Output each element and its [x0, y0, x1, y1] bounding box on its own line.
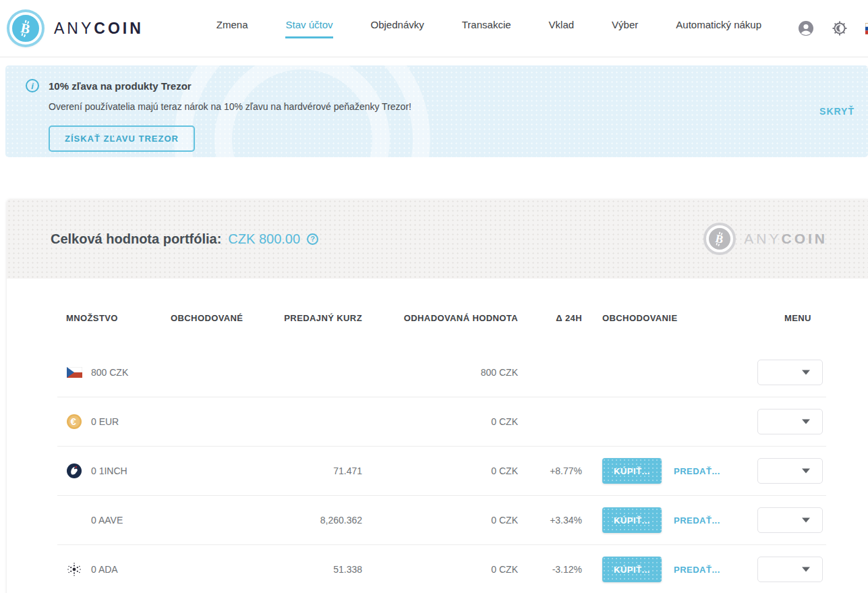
portfolio-total-value: CZK 800.00: [228, 231, 300, 247]
table-row-czk: € A: [57, 347, 826, 397]
chevron-down-icon: [802, 420, 810, 424]
delta-24h-value: -3.12%: [518, 564, 582, 575]
anycoin-logo[interactable]: B ANYCOIN: [9, 12, 144, 45]
bitcoin-coin-icon: B: [9, 12, 42, 45]
col-estimated-value: ODHADOVANÁ HODNOTA: [362, 313, 518, 323]
cardano-icon: [66, 561, 82, 577]
sell-rate-value: 71.471: [277, 465, 362, 476]
help-icon[interactable]: ?: [307, 233, 318, 245]
asset-amount: 0 AAVE: [91, 515, 123, 526]
top-navigation-bar: B ANYCOIN ZmenaStav účtovObjednávkyTrans…: [0, 0, 868, 57]
asset-amount: 0 EUR: [91, 416, 119, 427]
buy-button[interactable]: KÚPIŤ...: [602, 458, 662, 484]
1inch-icon: [66, 463, 82, 479]
nav-item-label: Zmena: [216, 19, 248, 38]
asset-cell: € A: [57, 463, 171, 479]
estimated-value: 0 CZK: [362, 416, 518, 427]
col-menu: MENU: [755, 313, 833, 323]
estimated-value: 0 CZK: [362, 465, 518, 476]
col-sell-rate: PREDAJNÝ KURZ: [277, 313, 362, 323]
asset-amount: 0 1INCH: [91, 465, 127, 476]
nav-item-label: Transakcie: [462, 19, 511, 38]
chevron-down-icon: [802, 518, 810, 523]
table-row-ada: € A: [57, 544, 826, 593]
sell-button[interactable]: PREDAŤ...: [674, 466, 720, 476]
euro-coin-icon: €: [66, 414, 82, 430]
hide-banner-link[interactable]: SKRYŤ: [819, 106, 855, 117]
brand-wordmark: ANYCOIN: [54, 20, 144, 38]
asset-cell: € A: [57, 512, 171, 528]
get-trezor-discount-button[interactable]: ZÍSKAŤ ZĽAVU TREZOR: [49, 125, 195, 152]
nav-item-objednavky[interactable]: Objednávky: [371, 19, 424, 38]
portfolio-card: Celková hodnota portfólia: CZK 800.00 ? …: [7, 199, 868, 593]
col-amount: MNOŽSTVO: [57, 313, 171, 323]
row-menu-dropdown[interactable]: [757, 458, 823, 484]
nav-item-label: Výber: [612, 19, 638, 38]
chevron-down-icon: [802, 469, 810, 474]
language-flag-sk-icon[interactable]: [865, 20, 868, 36]
nav-item-label: Objednávky: [371, 19, 424, 38]
row-menu-dropdown[interactable]: [757, 557, 823, 582]
anycoin-watermark-logo: B ANYCOIN: [706, 225, 828, 252]
row-menu-dropdown[interactable]: [757, 409, 823, 434]
nav-item-transakcie[interactable]: Transakcie: [462, 19, 511, 38]
table-row-aave: € A: [57, 495, 826, 544]
nav-item-zmena[interactable]: Zmena: [216, 19, 248, 38]
nav-item-label: Vklad: [549, 19, 575, 38]
promo-banner: i 10% zľava na produkty Trezor Overení p…: [5, 65, 868, 157]
buy-button[interactable]: KÚPIŤ...: [602, 557, 662, 582]
banner-subtitle: Overení používatelia majú teraz nárok na…: [49, 101, 848, 112]
asset-cell: € A: [57, 414, 171, 430]
sell-button[interactable]: PREDAŤ...: [674, 515, 720, 526]
portfolio-summary-band: Celková hodnota portfólia: CZK 800.00 ? …: [7, 199, 868, 279]
asset-amount: 0 ADA: [91, 564, 118, 575]
asset-cell: € A: [57, 561, 171, 577]
nav-item-automaticky-nakup[interactable]: Automatický nákup: [676, 19, 761, 38]
estimated-value: 0 CZK: [362, 515, 518, 526]
main-nav: ZmenaStav účtovObjednávkyTransakcieVklad…: [216, 19, 761, 38]
table-header-row: MNOŽSTVO OBCHODOVANÉ PREDAJNÝ KURZ ODHAD…: [57, 279, 826, 347]
estimated-value: 0 CZK: [362, 564, 518, 575]
asset-cell: € A: [57, 364, 171, 380]
nav-item-label: Automatický nákup: [676, 19, 761, 38]
col-delta-24h: Δ 24H: [518, 313, 582, 323]
nav-item-vyber[interactable]: Výber: [612, 19, 638, 38]
delta-24h-value: +3.34%: [518, 515, 582, 526]
nav-item-stav-uctov[interactable]: Stav účtov: [285, 19, 332, 38]
buy-button[interactable]: KÚPIŤ...: [602, 507, 662, 533]
svg-text:A: A: [71, 515, 78, 526]
chevron-down-icon: [802, 370, 810, 374]
trade-actions: KÚPIŤ... PREDAŤ...: [582, 458, 755, 484]
col-trading: OBCHODOVANIE: [582, 313, 755, 323]
delta-24h-value: +8.77%: [518, 465, 582, 476]
banner-title: 10% zľava na produkty Trezor: [49, 80, 192, 92]
header-icons: [798, 20, 868, 36]
nav-item-label: Stav účtov: [285, 19, 332, 38]
table-row-1inch: € A: [57, 446, 826, 495]
aave-icon: A: [66, 512, 82, 528]
asset-amount: 800 CZK: [91, 367, 128, 378]
row-menu-dropdown[interactable]: [757, 507, 823, 533]
col-traded: OBCHODOVANÉ: [171, 313, 277, 323]
table-row-eur: € A: [57, 397, 826, 446]
trade-actions: KÚPIŤ... PREDAŤ...: [582, 507, 755, 533]
row-menu-dropdown[interactable]: [757, 360, 823, 385]
estimated-value: 800 CZK: [362, 367, 518, 378]
sell-rate-value: 51.338: [277, 564, 362, 575]
accounts-table: MNOŽSTVO OBCHODOVANÉ PREDAJNÝ KURZ ODHAD…: [7, 279, 868, 593]
nav-item-vklad[interactable]: Vklad: [549, 19, 575, 38]
chevron-down-icon: [802, 567, 810, 572]
trade-actions: KÚPIŤ... PREDAŤ...: [582, 557, 755, 582]
czech-flag-icon: [66, 364, 82, 380]
sell-rate-value: 8,260.362: [277, 515, 362, 526]
theme-toggle-icon[interactable]: [832, 20, 848, 36]
brand-wordmark-gray: ANYCOIN: [744, 231, 828, 247]
bitcoin-coin-gray-icon: B: [706, 225, 733, 252]
info-icon: i: [26, 79, 39, 92]
portfolio-total-label: Celková hodnota portfólia:: [51, 231, 221, 247]
svg-text:€: €: [71, 416, 77, 427]
sell-button[interactable]: PREDAŤ...: [674, 565, 720, 575]
user-account-icon[interactable]: [798, 20, 814, 36]
